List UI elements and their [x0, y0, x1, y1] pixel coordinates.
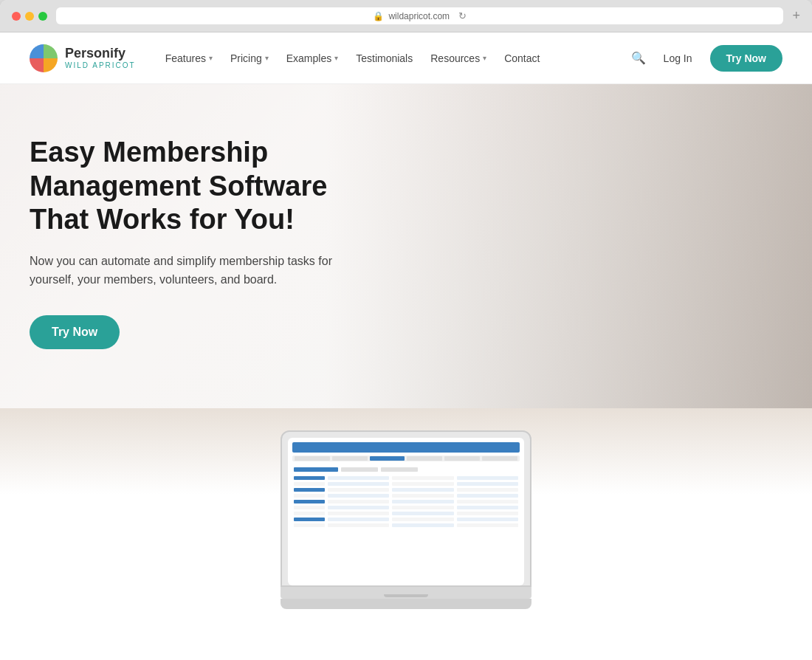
laptop-tab	[482, 456, 517, 461]
laptop-cell	[328, 523, 389, 527]
hero-section: Easy Membership Management Software That…	[0, 84, 812, 408]
laptop-cell	[328, 488, 389, 492]
laptop-row	[294, 506, 518, 509]
laptop-cell	[328, 512, 389, 515]
nav-testimonials[interactable]: Testimonials	[348, 48, 420, 69]
logo-icon	[30, 44, 58, 72]
chevron-down-icon: ▾	[265, 54, 269, 62]
hero-try-now-button[interactable]: Try Now	[30, 315, 120, 349]
nav-resources[interactable]: Resources ▾	[423, 48, 494, 69]
url-text: wildapricot.com	[388, 11, 450, 21]
reload-icon[interactable]: ↻	[458, 10, 467, 21]
laptop-cell	[294, 488, 325, 492]
laptop-cell	[392, 518, 453, 521]
laptop-row	[294, 488, 518, 492]
hero-subtitle: Now you can automate and simplify member…	[30, 252, 340, 289]
new-tab-button[interactable]: +	[792, 8, 800, 24]
logo-quadrant-red	[30, 58, 44, 72]
nav-actions: 🔍 Log In Try Now	[631, 45, 782, 72]
laptop-cell	[328, 506, 389, 509]
laptop-cell	[392, 523, 453, 527]
logo-quadrant-orange	[44, 58, 58, 72]
laptop-cell	[328, 476, 389, 480]
laptop-cell	[392, 512, 453, 515]
laptop-cell	[457, 523, 518, 527]
nav-features[interactable]: Features ▾	[158, 48, 220, 69]
laptop-cell	[328, 500, 389, 503]
laptop-row	[294, 494, 518, 498]
laptop-header	[292, 442, 520, 453]
laptop-cell	[328, 494, 389, 498]
minimize-button[interactable]	[25, 12, 34, 21]
laptop-screen	[288, 438, 524, 585]
laptop-cell	[392, 482, 453, 486]
logo-brand-name: Personify	[65, 47, 136, 61]
laptop-cell	[294, 523, 325, 527]
laptop-base	[281, 587, 531, 599]
laptop-mockup	[281, 430, 531, 609]
laptop-cell	[392, 476, 453, 480]
laptop-cell	[457, 500, 518, 503]
laptop-row	[294, 523, 518, 527]
laptop-cell	[392, 500, 453, 503]
laptop-tab	[407, 456, 442, 461]
nav-contact[interactable]: Contact	[497, 48, 547, 69]
laptop-cell	[392, 494, 453, 498]
laptop-section	[0, 408, 812, 624]
laptop-bottom	[281, 599, 531, 609]
close-button[interactable]	[12, 12, 21, 21]
laptop-screen-outer	[281, 430, 531, 587]
try-now-button[interactable]: Try Now	[710, 45, 782, 72]
laptop-cell	[457, 488, 518, 492]
laptop-sub-tab-active	[294, 467, 338, 472]
laptop-cell	[328, 482, 389, 486]
main-nav: Personify WILD APRICOT Features ▾ Pricin…	[0, 32, 812, 84]
logo-sub-brand: WILD APRICOT	[65, 61, 136, 69]
hero-title: Easy Membership Management Software That…	[30, 136, 413, 237]
laptop-cell	[457, 512, 518, 515]
browser-toolbar: 🔒 wildapricot.com ↻ +	[0, 0, 812, 32]
laptop-cell	[328, 518, 389, 521]
laptop-cell	[294, 512, 325, 515]
logo-text: Personify WILD APRICOT	[65, 47, 136, 69]
search-icon[interactable]: 🔍	[631, 51, 646, 65]
laptop-cell	[392, 488, 453, 492]
laptop-tab	[332, 456, 368, 461]
nav-pricing[interactable]: Pricing ▾	[223, 48, 276, 69]
laptop-cell	[457, 482, 518, 486]
laptop-cell	[457, 476, 518, 480]
laptop-cell	[294, 518, 325, 521]
nav-examples[interactable]: Examples ▾	[279, 48, 345, 69]
lock-icon: 🔒	[373, 11, 384, 21]
browser-window: 🔒 wildapricot.com ↻ + Personify WILD APR…	[0, 0, 812, 660]
laptop-data-rows	[292, 476, 520, 527]
laptop-cell	[294, 494, 325, 498]
website-content: Personify WILD APRICOT Features ▾ Pricin…	[0, 32, 812, 660]
laptop-tab-active	[370, 456, 405, 461]
who-uses-section: Who uses Wild Apricot?	[0, 624, 812, 660]
laptop-hinge	[384, 594, 428, 597]
window-controls	[12, 12, 47, 21]
laptop-cell	[294, 476, 325, 480]
laptop-row	[294, 518, 518, 521]
login-button[interactable]: Log In	[655, 48, 701, 69]
maximize-button[interactable]	[38, 12, 47, 21]
laptop-nav	[292, 456, 520, 461]
laptop-row	[294, 512, 518, 515]
laptop-row	[294, 476, 518, 480]
laptop-row	[294, 482, 518, 486]
laptop-tab	[295, 456, 330, 461]
laptop-cell	[457, 518, 518, 521]
laptop-cell	[294, 482, 325, 486]
nav-links: Features ▾ Pricing ▾ Examples ▾ Testimon…	[158, 48, 631, 69]
laptop-sub-nav	[292, 466, 520, 473]
laptop-sub-tab	[381, 467, 418, 472]
laptop-cell	[457, 494, 518, 498]
laptop-cell	[294, 506, 325, 509]
laptop-tab	[444, 456, 480, 461]
chevron-down-icon: ▾	[483, 54, 486, 62]
laptop-row	[294, 500, 518, 503]
laptop-content	[288, 438, 524, 532]
logo-area[interactable]: Personify WILD APRICOT	[30, 44, 136, 72]
url-bar[interactable]: 🔒 wildapricot.com ↻	[56, 7, 783, 24]
